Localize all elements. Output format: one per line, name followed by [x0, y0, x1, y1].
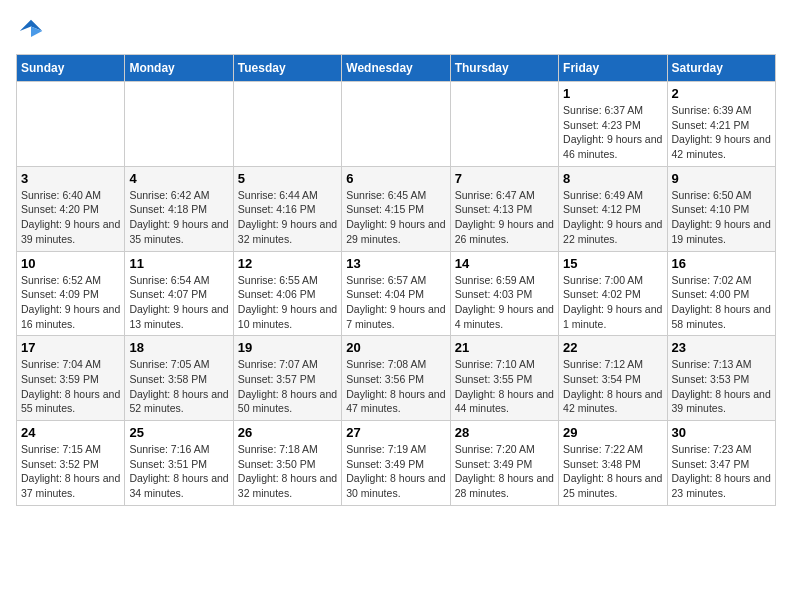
- calendar-cell: 21Sunrise: 7:10 AMSunset: 3:55 PMDayligh…: [450, 336, 558, 421]
- calendar-cell: 6Sunrise: 6:45 AMSunset: 4:15 PMDaylight…: [342, 166, 450, 251]
- day-info: Sunrise: 6:37 AMSunset: 4:23 PMDaylight:…: [563, 103, 662, 162]
- calendar-cell: 24Sunrise: 7:15 AMSunset: 3:52 PMDayligh…: [17, 421, 125, 506]
- day-number: 17: [21, 340, 120, 355]
- calendar-cell: 3Sunrise: 6:40 AMSunset: 4:20 PMDaylight…: [17, 166, 125, 251]
- day-info: Sunrise: 7:15 AMSunset: 3:52 PMDaylight:…: [21, 442, 120, 501]
- calendar-cell: 26Sunrise: 7:18 AMSunset: 3:50 PMDayligh…: [233, 421, 341, 506]
- calendar-week-row: 24Sunrise: 7:15 AMSunset: 3:52 PMDayligh…: [17, 421, 776, 506]
- calendar-cell: 23Sunrise: 7:13 AMSunset: 3:53 PMDayligh…: [667, 336, 775, 421]
- day-info: Sunrise: 7:18 AMSunset: 3:50 PMDaylight:…: [238, 442, 337, 501]
- day-info: Sunrise: 6:50 AMSunset: 4:10 PMDaylight:…: [672, 188, 771, 247]
- day-number: 2: [672, 86, 771, 101]
- calendar-cell: 14Sunrise: 6:59 AMSunset: 4:03 PMDayligh…: [450, 251, 558, 336]
- day-info: Sunrise: 7:19 AMSunset: 3:49 PMDaylight:…: [346, 442, 445, 501]
- day-info: Sunrise: 7:16 AMSunset: 3:51 PMDaylight:…: [129, 442, 228, 501]
- day-number: 3: [21, 171, 120, 186]
- calendar-week-row: 1Sunrise: 6:37 AMSunset: 4:23 PMDaylight…: [17, 82, 776, 167]
- calendar-cell: 16Sunrise: 7:02 AMSunset: 4:00 PMDayligh…: [667, 251, 775, 336]
- day-number: 1: [563, 86, 662, 101]
- day-number: 7: [455, 171, 554, 186]
- day-info: Sunrise: 6:44 AMSunset: 4:16 PMDaylight:…: [238, 188, 337, 247]
- calendar-cell: 30Sunrise: 7:23 AMSunset: 3:47 PMDayligh…: [667, 421, 775, 506]
- day-number: 25: [129, 425, 228, 440]
- header-day: Friday: [559, 55, 667, 82]
- day-info: Sunrise: 6:45 AMSunset: 4:15 PMDaylight:…: [346, 188, 445, 247]
- day-info: Sunrise: 7:00 AMSunset: 4:02 PMDaylight:…: [563, 273, 662, 332]
- calendar-cell: 9Sunrise: 6:50 AMSunset: 4:10 PMDaylight…: [667, 166, 775, 251]
- calendar-body: 1Sunrise: 6:37 AMSunset: 4:23 PMDaylight…: [17, 82, 776, 506]
- day-number: 15: [563, 256, 662, 271]
- logo: [16, 16, 50, 46]
- day-info: Sunrise: 6:49 AMSunset: 4:12 PMDaylight:…: [563, 188, 662, 247]
- day-number: 16: [672, 256, 771, 271]
- day-number: 14: [455, 256, 554, 271]
- day-info: Sunrise: 7:20 AMSunset: 3:49 PMDaylight:…: [455, 442, 554, 501]
- calendar-cell: 17Sunrise: 7:04 AMSunset: 3:59 PMDayligh…: [17, 336, 125, 421]
- calendar-header: SundayMondayTuesdayWednesdayThursdayFrid…: [17, 55, 776, 82]
- calendar-table: SundayMondayTuesdayWednesdayThursdayFrid…: [16, 54, 776, 506]
- calendar-cell: [450, 82, 558, 167]
- day-info: Sunrise: 6:55 AMSunset: 4:06 PMDaylight:…: [238, 273, 337, 332]
- calendar-cell: 10Sunrise: 6:52 AMSunset: 4:09 PMDayligh…: [17, 251, 125, 336]
- day-info: Sunrise: 6:54 AMSunset: 4:07 PMDaylight:…: [129, 273, 228, 332]
- calendar-cell: 5Sunrise: 6:44 AMSunset: 4:16 PMDaylight…: [233, 166, 341, 251]
- day-info: Sunrise: 6:47 AMSunset: 4:13 PMDaylight:…: [455, 188, 554, 247]
- logo-icon: [16, 16, 46, 46]
- day-info: Sunrise: 7:23 AMSunset: 3:47 PMDaylight:…: [672, 442, 771, 501]
- day-number: 12: [238, 256, 337, 271]
- day-info: Sunrise: 7:04 AMSunset: 3:59 PMDaylight:…: [21, 357, 120, 416]
- calendar-cell: 12Sunrise: 6:55 AMSunset: 4:06 PMDayligh…: [233, 251, 341, 336]
- day-number: 5: [238, 171, 337, 186]
- day-number: 4: [129, 171, 228, 186]
- day-info: Sunrise: 7:02 AMSunset: 4:00 PMDaylight:…: [672, 273, 771, 332]
- calendar-week-row: 17Sunrise: 7:04 AMSunset: 3:59 PMDayligh…: [17, 336, 776, 421]
- calendar-cell: 25Sunrise: 7:16 AMSunset: 3:51 PMDayligh…: [125, 421, 233, 506]
- calendar-week-row: 3Sunrise: 6:40 AMSunset: 4:20 PMDaylight…: [17, 166, 776, 251]
- calendar-cell: 2Sunrise: 6:39 AMSunset: 4:21 PMDaylight…: [667, 82, 775, 167]
- day-number: 27: [346, 425, 445, 440]
- calendar-cell: 20Sunrise: 7:08 AMSunset: 3:56 PMDayligh…: [342, 336, 450, 421]
- day-number: 26: [238, 425, 337, 440]
- day-info: Sunrise: 6:39 AMSunset: 4:21 PMDaylight:…: [672, 103, 771, 162]
- day-number: 28: [455, 425, 554, 440]
- day-number: 22: [563, 340, 662, 355]
- day-number: 6: [346, 171, 445, 186]
- day-number: 13: [346, 256, 445, 271]
- calendar-cell: 7Sunrise: 6:47 AMSunset: 4:13 PMDaylight…: [450, 166, 558, 251]
- day-number: 21: [455, 340, 554, 355]
- day-number: 20: [346, 340, 445, 355]
- header-day: Tuesday: [233, 55, 341, 82]
- header-row: SundayMondayTuesdayWednesdayThursdayFrid…: [17, 55, 776, 82]
- calendar-cell: 27Sunrise: 7:19 AMSunset: 3:49 PMDayligh…: [342, 421, 450, 506]
- day-info: Sunrise: 7:13 AMSunset: 3:53 PMDaylight:…: [672, 357, 771, 416]
- calendar-cell: 4Sunrise: 6:42 AMSunset: 4:18 PMDaylight…: [125, 166, 233, 251]
- day-info: Sunrise: 7:08 AMSunset: 3:56 PMDaylight:…: [346, 357, 445, 416]
- day-info: Sunrise: 7:12 AMSunset: 3:54 PMDaylight:…: [563, 357, 662, 416]
- header-day: Wednesday: [342, 55, 450, 82]
- day-number: 24: [21, 425, 120, 440]
- day-info: Sunrise: 6:42 AMSunset: 4:18 PMDaylight:…: [129, 188, 228, 247]
- calendar-cell: 19Sunrise: 7:07 AMSunset: 3:57 PMDayligh…: [233, 336, 341, 421]
- day-number: 10: [21, 256, 120, 271]
- day-number: 19: [238, 340, 337, 355]
- page-header: [16, 16, 776, 46]
- day-info: Sunrise: 7:10 AMSunset: 3:55 PMDaylight:…: [455, 357, 554, 416]
- day-number: 23: [672, 340, 771, 355]
- header-day: Sunday: [17, 55, 125, 82]
- calendar-cell: 11Sunrise: 6:54 AMSunset: 4:07 PMDayligh…: [125, 251, 233, 336]
- day-number: 29: [563, 425, 662, 440]
- calendar-cell: [233, 82, 341, 167]
- calendar-week-row: 10Sunrise: 6:52 AMSunset: 4:09 PMDayligh…: [17, 251, 776, 336]
- day-info: Sunrise: 6:40 AMSunset: 4:20 PMDaylight:…: [21, 188, 120, 247]
- calendar-cell: 8Sunrise: 6:49 AMSunset: 4:12 PMDaylight…: [559, 166, 667, 251]
- day-info: Sunrise: 6:57 AMSunset: 4:04 PMDaylight:…: [346, 273, 445, 332]
- day-info: Sunrise: 6:52 AMSunset: 4:09 PMDaylight:…: [21, 273, 120, 332]
- calendar-cell: 22Sunrise: 7:12 AMSunset: 3:54 PMDayligh…: [559, 336, 667, 421]
- day-info: Sunrise: 7:22 AMSunset: 3:48 PMDaylight:…: [563, 442, 662, 501]
- calendar-cell: [125, 82, 233, 167]
- day-number: 9: [672, 171, 771, 186]
- calendar-cell: [342, 82, 450, 167]
- header-day: Monday: [125, 55, 233, 82]
- day-number: 11: [129, 256, 228, 271]
- day-info: Sunrise: 6:59 AMSunset: 4:03 PMDaylight:…: [455, 273, 554, 332]
